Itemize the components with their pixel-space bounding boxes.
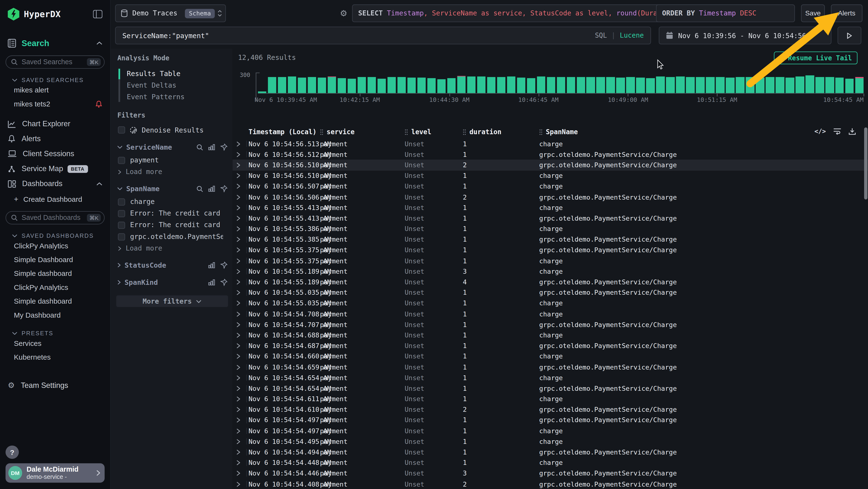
table-row[interactable]: Nov 6 10:54:56.513 AMpaymentUnset1charge: [232, 139, 868, 149]
bar-chart-icon[interactable]: [208, 262, 215, 268]
table-row[interactable]: Nov 6 10:54:54.659 AMpaymentUnset1grpc.o…: [232, 362, 868, 372]
histogram-bar[interactable]: [368, 77, 376, 93]
nav-item-dashboards[interactable]: Dashboards: [0, 176, 110, 191]
histogram-bar[interactable]: [607, 77, 615, 93]
table-row[interactable]: Nov 6 10:54:54.497 AMpaymentUnset1charge: [232, 426, 868, 436]
histogram-bar[interactable]: [696, 77, 705, 93]
table-row[interactable]: Nov 6 10:54:54.688 AMpaymentUnset1charge: [232, 330, 868, 341]
pin-icon[interactable]: [220, 262, 227, 269]
histogram-bar[interactable]: [676, 77, 684, 93]
table-row[interactable]: Nov 6 10:54:56.506 AMpaymentUnset2grpc.o…: [232, 192, 868, 202]
search-icon[interactable]: [196, 144, 203, 151]
row-expand-chevron-icon[interactable]: [232, 256, 249, 266]
table-row[interactable]: Nov 6 10:54:55.385 AMpaymentUnset1grpc.o…: [232, 234, 868, 245]
nav-item-alerts[interactable]: Alerts: [0, 131, 110, 146]
histogram-bar[interactable]: [298, 78, 306, 93]
dashboard-item[interactable]: Simple dashboard: [0, 266, 110, 280]
saved-dashboards-header[interactable]: SAVED DASHBOARDS: [12, 232, 102, 239]
filter-option[interactable]: charge: [118, 198, 227, 206]
table-row[interactable]: Nov 6 10:54:56.512 AMpaymentUnset1grpc.o…: [232, 149, 868, 160]
table-row[interactable]: Nov 6 10:54:55.375 AMpaymentUnset1grpc.o…: [232, 245, 868, 256]
row-expand-chevron-icon[interactable]: [232, 139, 249, 149]
histogram-bar[interactable]: [417, 78, 426, 93]
filter-option[interactable]: Error: The credit card …: [118, 221, 227, 229]
histogram-bar[interactable]: [328, 77, 336, 93]
histogram-bar[interactable]: [487, 77, 495, 93]
histogram-bar[interactable]: [377, 79, 386, 93]
table-row[interactable]: Nov 6 10:54:54.497 AMpaymentUnset1grpc.o…: [232, 415, 868, 426]
dashboard-item[interactable]: ClickPy Analytics: [0, 239, 110, 253]
table-row[interactable]: Nov 6 10:54:55.189 AMpaymentUnset3charge: [232, 266, 868, 277]
histogram-bar[interactable]: [825, 77, 834, 93]
table-row[interactable]: Nov 6 10:54:54.660 AMpaymentUnset1charge: [232, 351, 868, 362]
help-button[interactable]: ?: [5, 445, 19, 459]
row-expand-chevron-icon[interactable]: [232, 436, 249, 447]
nav-item-chart-explorer[interactable]: Chart Explorer: [0, 116, 110, 131]
bar-chart-icon[interactable]: [208, 144, 215, 150]
saved-search-item[interactable]: mikes alert: [0, 83, 110, 97]
load-more-button[interactable]: Load more: [118, 168, 227, 176]
saved-searches-input[interactable]: Saved Searches ⌘K: [5, 56, 105, 69]
histogram-bar[interactable]: [746, 77, 754, 93]
histogram-bar[interactable]: [686, 77, 694, 93]
table-row[interactable]: Nov 6 10:54:54.654 AMpaymentUnset1grpc.o…: [232, 383, 868, 394]
order-by-editor[interactable]: ORDER BY Timestamp DESC: [656, 4, 795, 22]
load-more-button[interactable]: Load more: [118, 244, 227, 252]
histogram-bar[interactable]: [348, 79, 356, 93]
user-menu[interactable]: DM Dale McDiarmid demo-service -: [5, 463, 105, 483]
table-row[interactable]: Nov 6 10:54:54.448 AMpaymentUnset1charge: [232, 458, 868, 468]
histogram-bar[interactable]: [776, 77, 784, 93]
row-expand-chevron-icon[interactable]: [232, 330, 249, 341]
mode-event-deltas[interactable]: Event Deltas: [118, 79, 227, 91]
nav-item-search[interactable]: Search: [0, 38, 110, 48]
histogram-bar[interactable]: [567, 77, 575, 93]
histogram-bar[interactable]: [537, 77, 545, 93]
search-icon[interactable]: [196, 185, 203, 192]
table-row[interactable]: Nov 6 10:54:56.510 AMpaymentUnset1charge: [232, 170, 868, 181]
collapse-sidebar-icon[interactable]: [93, 10, 102, 18]
row-expand-chevron-icon[interactable]: [232, 351, 249, 362]
column-header-level[interactable]: level: [405, 128, 463, 136]
table-row[interactable]: Nov 6 10:54:54.408 AMpaymentUnset2grpc.o…: [232, 479, 868, 489]
row-expand-chevron-icon[interactable]: [232, 224, 249, 234]
bar-chart-icon[interactable]: [208, 185, 215, 192]
row-expand-chevron-icon[interactable]: [232, 468, 249, 479]
histogram-bar[interactable]: [736, 77, 744, 93]
drag-handle-icon[interactable]: [405, 129, 408, 135]
filter-section-statuscode[interactable]: StatusCode: [117, 261, 227, 269]
histogram-bar[interactable]: [258, 91, 267, 93]
table-row[interactable]: Nov 6 10:54:55.035 AMpaymentUnset1grpc.o…: [232, 287, 868, 298]
checkbox[interactable]: [118, 156, 125, 164]
histogram-bar[interactable]: [706, 77, 714, 93]
histogram-bar[interactable]: [338, 79, 346, 93]
vertical-scrollbar[interactable]: [864, 127, 868, 199]
row-expand-chevron-icon[interactable]: [232, 298, 249, 309]
row-expand-chevron-icon[interactable]: [232, 245, 249, 256]
histogram-bar[interactable]: [815, 77, 824, 93]
table-row[interactable]: Nov 6 10:54:54.495 AMpaymentUnset1charge: [232, 436, 868, 447]
row-expand-chevron-icon[interactable]: [232, 181, 249, 192]
checkbox[interactable]: [118, 126, 125, 134]
histogram-bar[interactable]: [457, 77, 466, 93]
histogram-bar[interactable]: [835, 78, 844, 93]
nav-item-client-sessions[interactable]: Client Sessions: [0, 146, 110, 161]
histogram-bar[interactable]: [288, 76, 296, 93]
chevron-up-icon[interactable]: [96, 41, 102, 45]
row-expand-chevron-icon[interactable]: [232, 426, 249, 436]
denoise-results-toggle[interactable]: Denoise Results: [118, 126, 227, 134]
alerts-button[interactable]: Alerts: [831, 4, 863, 22]
table-row[interactable]: Nov 6 10:54:54.687 AMpaymentUnset1grpc.o…: [232, 341, 868, 351]
histogram-bar[interactable]: [517, 78, 525, 93]
row-expand-chevron-icon[interactable]: [232, 415, 249, 426]
histogram-bar[interactable]: [656, 76, 665, 93]
checkbox[interactable]: [118, 221, 125, 229]
histogram-bar[interactable]: [308, 77, 316, 93]
nav-item-service-map[interactable]: Service Map BETA: [0, 161, 110, 176]
saved-dashboards-input[interactable]: Saved Dashboards ⌘K: [5, 211, 105, 225]
table-row[interactable]: Nov 6 10:54:54.707 AMpaymentUnset1grpc.o…: [232, 319, 868, 330]
mode-toggle-lucene[interactable]: Lucene: [620, 32, 644, 39]
table-row[interactable]: Nov 6 10:54:54.610 AMpaymentUnset2grpc.o…: [232, 404, 868, 415]
histogram-bar[interactable]: [557, 77, 565, 93]
filter-section-spanname[interactable]: SpanName: [117, 185, 227, 193]
date-range-picker[interactable]: Nov 6 10:39:56 - Nov 6 10:54:56: [659, 27, 831, 44]
